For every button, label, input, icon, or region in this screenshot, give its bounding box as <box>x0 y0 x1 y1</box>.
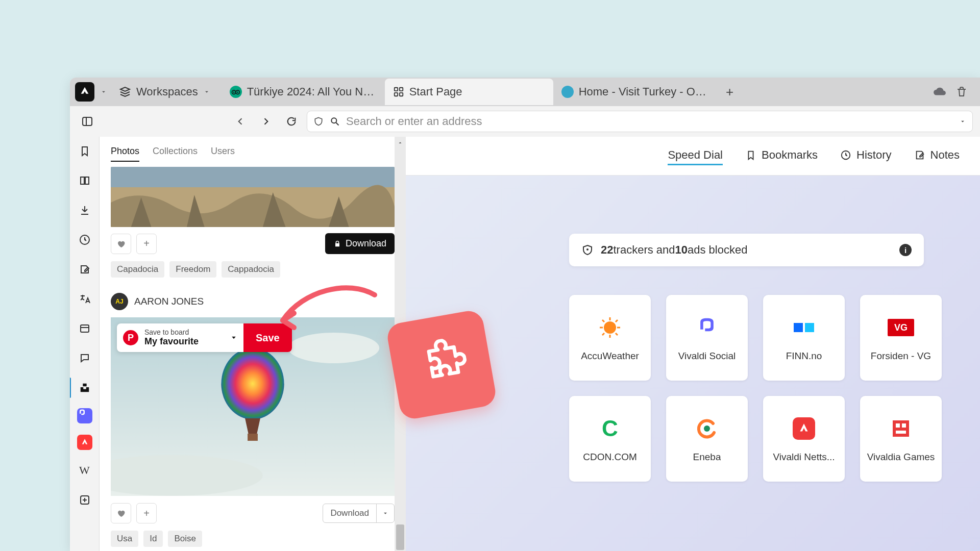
tag[interactable]: Boise <box>168 531 202 547</box>
trackers-count: 22 <box>601 243 613 257</box>
chevron-down-icon <box>203 88 210 95</box>
panel-sidebar: W <box>70 137 100 551</box>
nav-notes[interactable]: Notes <box>914 148 960 164</box>
ads-count: 10 <box>675 243 688 257</box>
tag[interactable]: Id <box>143 531 163 547</box>
sidebar-window[interactable] <box>76 319 94 338</box>
sidebar-downloads[interactable] <box>76 201 94 219</box>
tag[interactable]: Cappadocia <box>222 261 280 278</box>
download-split-button[interactable]: Download <box>323 504 395 523</box>
arrow-left-icon <box>235 116 246 127</box>
speed-dial-vg[interactable]: VG Forsiden - VG <box>860 295 942 381</box>
scroll-thumb[interactable] <box>396 524 404 550</box>
tab-turkiye[interactable]: Türkiye 2024: All You Need t <box>222 79 385 105</box>
sidebar-mastodon[interactable] <box>77 408 92 423</box>
panel-toggle-button[interactable] <box>77 111 97 132</box>
nav-speed-dial[interactable]: Speed Dial <box>668 146 723 165</box>
nav-history[interactable]: History <box>840 148 891 164</box>
download-button[interactable]: Download <box>325 233 395 254</box>
add-to-collection-button[interactable]: + <box>136 503 157 523</box>
speed-dial-vivaldia-games[interactable]: Vivaldia Games <box>860 396 942 482</box>
svg-point-2 <box>233 92 234 93</box>
cappadocia-landscape-icon <box>111 167 395 227</box>
speeddial-favicon-icon <box>393 86 404 97</box>
photo-thumbnail[interactable]: P Save to board My favourite Save <box>111 317 395 496</box>
address-bar[interactable]: Search or enter an address <box>307 111 973 132</box>
author-row[interactable]: AJ AARON JONES <box>111 293 406 310</box>
sidebar-translate[interactable] <box>76 290 94 308</box>
shield-icon <box>313 116 324 127</box>
vivaldi-menu-button[interactable] <box>75 82 94 102</box>
pin-board-selector[interactable]: P Save to board My favourite <box>117 323 223 352</box>
download-icon <box>79 204 91 216</box>
download-options-dropdown[interactable] <box>376 504 394 522</box>
workspaces-icon <box>119 86 131 98</box>
photo-thumbnail[interactable] <box>111 167 395 227</box>
svg-point-25 <box>604 321 616 334</box>
pin-board-dropdown[interactable] <box>223 323 243 352</box>
new-tab-button[interactable]: + <box>722 84 738 100</box>
dial-label: CDON.COM <box>583 452 637 463</box>
sync-cloud-icon[interactable] <box>933 85 946 98</box>
sidebar-add-panel[interactable] <box>76 491 94 509</box>
svg-rect-16 <box>111 167 395 187</box>
author-name: AARON JONES <box>134 296 204 307</box>
finn-icon <box>790 314 818 341</box>
tab-visit-turkey[interactable]: Home - Visit Turkey - Offici <box>553 79 717 105</box>
heart-icon <box>116 509 126 518</box>
vivaldi-menu-caret[interactable] <box>97 88 110 95</box>
tag[interactable]: Freedom <box>169 261 216 278</box>
web-tab-collections[interactable]: Collections <box>153 146 198 162</box>
sidebar-wikipedia[interactable]: W <box>76 461 94 480</box>
workspaces-selector[interactable]: Workspaces <box>110 78 222 106</box>
address-dropdown-button[interactable] <box>959 118 966 125</box>
chevron-up-icon <box>397 140 403 146</box>
svg-line-32 <box>602 333 604 335</box>
add-to-collection-button[interactable]: + <box>136 234 157 254</box>
wikipedia-icon: W <box>79 464 90 477</box>
chat-icon <box>79 352 91 364</box>
pin-save-button[interactable]: Save <box>243 323 292 352</box>
vivaldi-icon <box>80 438 89 447</box>
sidebar-webpanel-unsplash[interactable] <box>76 379 94 397</box>
tracker-blocked-bar[interactable]: 22 trackers and 10 ads blocked i <box>569 234 924 266</box>
scroll-up-button[interactable] <box>395 137 406 149</box>
dial-label: FINN.no <box>786 350 822 362</box>
speed-dial-finn[interactable]: FINN.no <box>763 295 845 381</box>
tab-start-page[interactable]: Start Page <box>385 79 553 105</box>
trash-icon[interactable] <box>955 86 968 98</box>
chevron-down-icon <box>959 118 966 125</box>
sidebar-reader[interactable] <box>76 171 94 190</box>
content-area: W Photos Collections Users <box>70 137 980 551</box>
like-button[interactable] <box>111 234 131 254</box>
speed-dial-cdon[interactable]: C CDON.COM <box>569 396 651 482</box>
speed-dial-accuweather[interactable]: AccuWeather <box>569 295 651 381</box>
speed-dial-vivaldi-netts[interactable]: Vivaldi Netts... <box>763 396 845 482</box>
sidebar-chat[interactable] <box>76 349 94 367</box>
tag[interactable]: Capadocia <box>111 261 164 278</box>
reload-button[interactable] <box>281 111 302 132</box>
speed-dial-eneba[interactable]: Eneba <box>666 396 748 482</box>
address-placeholder: Search or enter an address <box>346 115 953 128</box>
nav-forward-button[interactable] <box>256 111 276 132</box>
web-panel-tabs: Photos Collections Users <box>100 137 406 167</box>
nav-back-button[interactable] <box>230 111 251 132</box>
book-icon <box>79 174 91 187</box>
svg-rect-22 <box>248 434 258 441</box>
web-tab-photos[interactable]: Photos <box>111 146 139 162</box>
lock-icon <box>333 240 341 248</box>
sidebar-vivaldi-community[interactable] <box>77 435 92 450</box>
nav-bookmarks[interactable]: Bookmarks <box>745 148 818 164</box>
svg-rect-39 <box>902 423 906 428</box>
tag[interactable]: Usa <box>111 531 138 547</box>
tripadvisor-favicon-icon <box>230 86 242 98</box>
info-icon[interactable]: i <box>899 244 912 256</box>
sidebar-bookmarks[interactable] <box>76 142 94 160</box>
speed-dial-vivaldi-social[interactable]: Vivaldi Social <box>666 295 748 381</box>
web-tab-users[interactable]: Users <box>211 146 235 162</box>
eneba-icon <box>693 415 721 442</box>
sidebar-history[interactable] <box>76 231 94 249</box>
vivaldia-games-icon <box>887 415 915 442</box>
like-button[interactable] <box>111 503 131 523</box>
sidebar-notes[interactable] <box>76 260 94 279</box>
